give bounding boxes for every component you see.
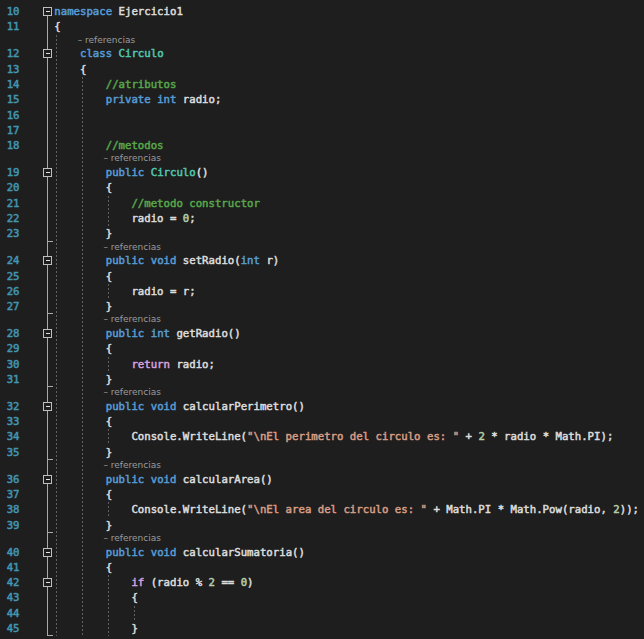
code-text[interactable]: }: [54, 621, 138, 636]
code-text[interactable]: }: [54, 226, 112, 241]
minus-icon: [46, 479, 50, 480]
codelens-references[interactable]: – referencias: [78, 35, 136, 47]
token-plain: + Math.PI * Math.Pow(radio,: [427, 503, 613, 516]
line-number: 15: [0, 92, 20, 107]
code-text[interactable]: public void calcularPerimetro(): [54, 399, 305, 414]
token-keyword: void: [151, 254, 177, 267]
line-number: 40: [0, 545, 20, 560]
token-plain: }: [54, 446, 112, 459]
codelens-references[interactable]: – referencias: [103, 314, 161, 326]
code-text[interactable]: Console.WriteLine("\nEl perimetro del ci…: [54, 429, 613, 444]
code-text[interactable]: if (radio % 2 == 0): [54, 575, 253, 590]
code-line: 43 {: [0, 590, 644, 605]
token-plain: {: [54, 591, 138, 604]
code-text[interactable]: return radio;: [54, 357, 215, 372]
codelens-references[interactable]: – referencias: [103, 387, 161, 399]
code-text[interactable]: {: [54, 180, 112, 195]
codelens-references[interactable]: – referencias: [103, 460, 161, 472]
code-text[interactable]: public void calcularArea(): [54, 472, 273, 487]
token-plain: [54, 78, 105, 91]
token-plain: [54, 197, 131, 210]
code-text[interactable]: radio = 0;: [54, 211, 195, 226]
code-text[interactable]: {: [54, 560, 112, 575]
minus-icon: [46, 53, 50, 54]
token-plain: [54, 400, 105, 413]
code-line: 40 public void calcularSumatoria(): [0, 545, 644, 560]
fold-collapse-box[interactable]: [43, 475, 52, 484]
line-number: 18: [0, 138, 20, 153]
fold-collapse-box[interactable]: [43, 329, 52, 338]
code-text[interactable]: //metodos: [54, 138, 163, 153]
token-plain: {: [54, 415, 112, 428]
code-text[interactable]: namespace Ejercicio1: [54, 4, 183, 19]
token-plain: [54, 546, 105, 559]
code-text[interactable]: }: [54, 299, 112, 314]
code-text[interactable]: {: [54, 19, 60, 34]
code-text[interactable]: }: [54, 372, 112, 387]
token-plain: [54, 358, 131, 371]
fold-collapse-box[interactable]: [43, 7, 52, 16]
code-text[interactable]: public Circulo(): [54, 165, 208, 180]
token-plain: {: [54, 20, 60, 33]
line-number: 37: [0, 487, 20, 502]
code-line: 19 public Circulo(): [0, 165, 644, 180]
token-control: return: [131, 358, 170, 371]
token-plain: radio =: [54, 212, 183, 225]
line-number: 20: [0, 180, 20, 195]
code-text[interactable]: {: [54, 414, 112, 429]
line-number: 45: [0, 621, 20, 636]
code-line: 29 {: [0, 341, 644, 356]
code-line: 27 }: [0, 299, 644, 314]
code-text[interactable]: {: [54, 62, 86, 77]
line-number: 32: [0, 399, 20, 414]
token-plain: }: [54, 519, 112, 532]
minus-icon: [46, 11, 50, 12]
code-line: 18 //metodos: [0, 138, 644, 153]
code-text[interactable]: public int getRadio(): [54, 326, 240, 341]
token-plain: setRadio(: [176, 254, 240, 267]
token-control: if: [131, 576, 144, 589]
code-text[interactable]: }: [54, 518, 112, 533]
code-text[interactable]: public void calcularSumatoria(): [54, 545, 305, 560]
code-text[interactable]: //metodo constructor: [54, 196, 260, 211]
token-plain: Console.WriteLine(: [54, 430, 247, 443]
codelens-row: – referencias: [0, 35, 644, 47]
fold-collapse-box[interactable]: [43, 49, 52, 58]
fold-collapse-box[interactable]: [43, 168, 52, 177]
minus-icon: [46, 172, 50, 173]
token-plain: {: [54, 488, 112, 501]
token-plain: [54, 327, 105, 340]
line-number: 35: [0, 445, 20, 460]
line-number: 23: [0, 226, 20, 241]
code-text[interactable]: class Circulo: [54, 46, 163, 61]
fold-collapse-box[interactable]: [43, 402, 52, 411]
line-number: 17: [0, 123, 20, 138]
code-text[interactable]: public void setRadio(int r): [54, 253, 279, 268]
codelens-row: – referencias: [0, 153, 644, 165]
code-text[interactable]: //atributos: [54, 77, 176, 92]
fold-collapse-box[interactable]: [43, 548, 52, 557]
token-plain: calcularSumatoria(): [176, 546, 305, 559]
code-editor[interactable]: 10namespace Ejercicio111{– referencias12…: [0, 0, 644, 639]
code-line: 44: [0, 606, 644, 621]
code-text[interactable]: {: [54, 590, 138, 605]
code-text[interactable]: Console.WriteLine("\nEl area del circulo…: [54, 502, 639, 517]
token-plain: {: [54, 63, 86, 76]
token-plain: Console.WriteLine(: [54, 503, 247, 516]
code-text[interactable]: {: [54, 341, 112, 356]
fold-collapse-box[interactable]: [43, 578, 52, 587]
token-keyword: public: [106, 327, 145, 340]
code-line: 12 class Circulo: [0, 46, 644, 61]
token-keyword: public: [106, 400, 145, 413]
codelens-references[interactable]: – referencias: [103, 533, 161, 545]
code-text[interactable]: private int radio;: [54, 92, 221, 107]
fold-collapse-box[interactable]: [43, 256, 52, 265]
minus-icon: [46, 260, 50, 261]
codelens-references[interactable]: – referencias: [103, 153, 161, 165]
codelens-references[interactable]: – referencias: [103, 242, 161, 254]
code-text[interactable]: }: [54, 445, 112, 460]
code-text[interactable]: radio = r;: [54, 284, 195, 299]
code-text[interactable]: {: [54, 269, 112, 284]
token-plain: ==: [215, 576, 241, 589]
code-text[interactable]: {: [54, 487, 112, 502]
